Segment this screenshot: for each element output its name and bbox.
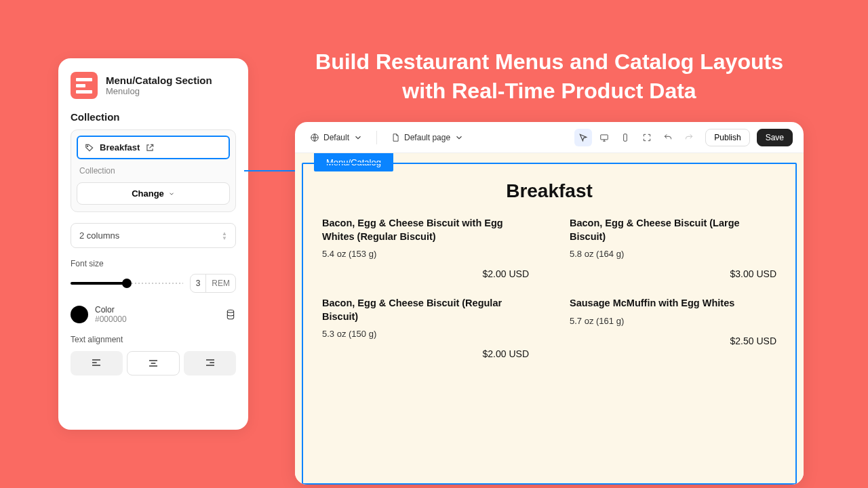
publish-button[interactable]: Publish [705,129,749,146]
undo-button[interactable] [659,129,677,146]
menu-item-name: Bacon, Egg & Cheese Biscuit (Regular Bis… [322,297,529,323]
alignment-label: Text alignment [71,335,236,344]
chevron-down-icon [454,133,464,142]
page-icon [391,133,400,142]
preview-toolbar: Default Default page Publish Save [295,122,804,153]
page-headline: Build Restaurant Menus and Catalog Layou… [292,47,807,106]
svg-rect-3 [601,134,608,139]
mobile-view-button[interactable] [616,129,634,146]
menu-item-name: Bacon, Egg & Cheese Biscuit with Egg Whi… [322,217,529,243]
menu-item-weight: 5.4 oz (153 g) [322,249,529,259]
chevron-down-icon [168,190,175,197]
theme-selector[interactable]: Default [306,130,367,145]
menu-item-weight: 5.3 oz (150 g) [322,329,529,339]
align-center-button[interactable] [127,351,180,375]
menu-item-weight: 5.7 oz (161 g) [570,316,776,326]
collection-chip-label: Breakfast [100,142,140,152]
font-size-input[interactable]: 3 REM [190,274,236,293]
inspector-button[interactable] [574,129,592,146]
font-size-label: Font size [71,259,236,268]
menu-grid: Bacon, Egg & Cheese Biscuit with Egg Whi… [322,217,776,359]
menu-item-price: $2.50 USD [570,336,776,346]
color-hex: #000000 [95,314,218,324]
settings-panel: Menu/Catalog Section Menulog Collection … [58,58,248,430]
panel-header: Menu/Catalog Section Menulog [71,72,236,99]
svg-point-1 [227,310,233,312]
fullscreen-button[interactable] [638,129,656,146]
tag-icon [85,143,94,152]
menu-item-name: Bacon, Egg & Cheese Biscuit (Large Biscu… [570,217,776,243]
globe-icon [310,133,319,142]
svg-rect-4 [624,134,627,141]
section-canvas[interactable]: Breakfast Bacon, Egg & Cheese Biscuit wi… [302,163,797,485]
menu-item-price: $2.00 USD [322,268,529,279]
chevron-down-icon [353,133,363,142]
toolbar-divider [376,131,377,144]
align-right-button[interactable] [184,351,236,375]
stepper-icon: ▲▼ [222,231,227,241]
color-label: Color [95,305,218,314]
desktop-view-button[interactable] [595,129,613,146]
panel-subtitle: Menulog [106,86,212,96]
menu-item: Bacon, Egg & Cheese Biscuit (Large Biscu… [570,217,776,279]
save-button[interactable]: Save [757,129,793,146]
color-row[interactable]: Color #000000 [71,305,236,324]
menu-item: Bacon, Egg & Cheese Biscuit (Regular Bis… [322,297,529,359]
page-selector[interactable]: Default page [387,130,468,145]
font-size-unit: REM [206,274,235,292]
change-button-label: Change [132,188,164,199]
menu-item-price: $2.00 USD [322,348,529,359]
menu-title: Breakfast [322,180,776,202]
svg-point-0 [87,145,87,146]
font-size-value: 3 [191,274,207,292]
viewport-group [574,129,699,146]
menu-item-name: Sausage McMuffin with Egg Whites [570,297,776,310]
alignment-segmented [71,351,236,375]
collection-box: Breakfast Collection Change [71,129,236,212]
collection-section-label: Collection [71,111,236,123]
color-swatch [71,306,88,323]
change-collection-button[interactable]: Change [77,182,230,205]
align-left-button[interactable] [71,351,123,375]
menu-item-price: $3.00 USD [570,268,776,279]
app-icon [71,72,98,99]
dynamic-source-icon[interactable] [225,309,236,320]
columns-select[interactable]: 2 columns ▲▼ [71,223,236,248]
menu-item: Bacon, Egg & Cheese Biscuit with Egg Whi… [322,217,529,279]
menu-item-weight: 5.8 oz (164 g) [570,249,776,259]
preview-frame: Default Default page Publish Save Menu/C… [295,122,804,485]
panel-title: Menu/Catalog Section [106,75,212,86]
external-link-icon [145,143,155,152]
collection-inner-label: Collection [79,166,230,176]
theme-label: Default [323,133,349,142]
redo-button[interactable] [680,129,698,146]
preview-stage: Menu/Catalog Breakfast Bacon, Egg & Chee… [295,153,804,485]
columns-value: 2 columns [79,230,119,241]
collection-chip[interactable]: Breakfast [77,136,230,159]
page-label: Default page [404,133,450,142]
menu-item: Sausage McMuffin with Egg Whites 5.7 oz … [570,297,776,359]
font-size-slider[interactable] [71,279,183,288]
